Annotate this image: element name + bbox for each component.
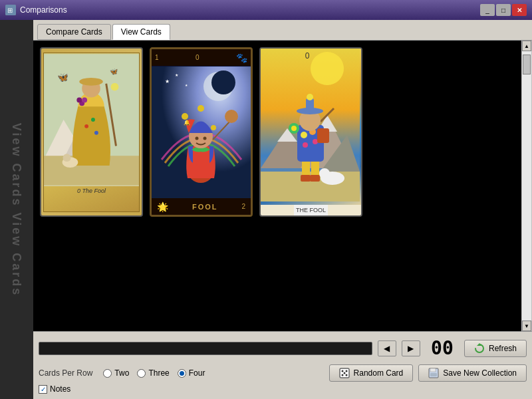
svg-point-68	[341, 370, 343, 372]
svg-point-72	[345, 370, 347, 372]
svg-rect-75	[430, 373, 437, 376]
svg-text:0: 0	[305, 51, 310, 61]
svg-rect-48	[301, 175, 311, 182]
card-fantasy-fool[interactable]: 1 0 🐾	[150, 47, 253, 217]
counter-display: 00	[426, 337, 459, 359]
sidebar-text: View Cards View Cards	[10, 122, 24, 296]
svg-point-60	[307, 94, 313, 100]
options-row: Cards Per Row Two Three Four	[39, 364, 527, 382]
svg-point-11	[91, 118, 95, 122]
maximize-button[interactable]: □	[496, 4, 511, 16]
svg-point-17	[76, 97, 82, 102]
window-title: Comparisons	[20, 5, 476, 15]
svg-point-71	[341, 374, 343, 376]
notes-row: ✓ Notes	[39, 384, 527, 394]
card2-footer: 🌟 FOOL 2	[152, 198, 251, 215]
card1-label: 0 The Fool	[76, 186, 107, 196]
notes-label: Notes	[50, 384, 70, 394]
svg-point-62	[291, 126, 297, 131]
card-classic-fool[interactable]: 🦋 🦋 0 The Fool	[40, 47, 143, 217]
svg-rect-55	[317, 128, 329, 143]
svg-text:⊞: ⊞	[7, 7, 13, 14]
random-card-button[interactable]: Random Card	[329, 364, 414, 382]
sidebar: View Cards View Cards	[0, 20, 33, 399]
svg-point-39	[311, 52, 344, 85]
radio-four-label: Four	[189, 368, 205, 378]
save-collection-button[interactable]: Save New Collection	[418, 364, 527, 382]
card2-title: FOOL	[192, 203, 218, 211]
scroll-up-button[interactable]: ▲	[522, 41, 531, 51]
notes-checkbox-label[interactable]: ✓ Notes	[39, 384, 527, 394]
card3-label: THE FOOL	[294, 205, 328, 215]
cards-per-row-label: Cards Per Row	[39, 368, 92, 378]
svg-point-51	[301, 132, 307, 138]
window-icon: ⊞	[5, 5, 16, 15]
radio-three-circle[interactable]	[137, 369, 146, 378]
card2-body: ★ ★ ★	[152, 66, 251, 198]
card-display-scrollbar[interactable]: ▲ ▼	[521, 41, 532, 331]
card2-header: 1 0 🐾	[152, 49, 251, 66]
scroll-thumb[interactable]	[523, 55, 531, 74]
svg-point-10	[84, 124, 88, 128]
nav-prev-button[interactable]: ◀	[378, 340, 396, 356]
svg-point-32	[196, 136, 199, 140]
card2-icon-left: 🌟	[157, 201, 168, 212]
window-body: View Cards View Cards Compare Cards View…	[0, 20, 532, 399]
svg-point-64	[319, 168, 330, 179]
card2-icon-right: 🐾	[236, 53, 247, 63]
card1-figure: 🦋 🦋	[44, 53, 139, 186]
save-icon	[428, 368, 439, 378]
svg-point-14	[63, 154, 71, 162]
svg-rect-74	[430, 368, 436, 372]
tab-compare-cards[interactable]: Compare Cards	[37, 24, 111, 40]
radio-four-dot	[180, 371, 184, 376]
radio-two[interactable]: Two	[103, 368, 129, 378]
svg-point-12	[94, 130, 98, 134]
close-button[interactable]: ✕	[512, 4, 527, 16]
card1-inner: 🦋 🦋 0 The Fool	[43, 53, 140, 212]
minimize-button[interactable]: _	[480, 4, 495, 16]
svg-point-35	[225, 110, 238, 123]
tab-view-cards[interactable]: View Cards	[112, 24, 170, 40]
scroll-down-button[interactable]: ▼	[522, 321, 531, 331]
save-collection-label: Save New Collection	[443, 368, 517, 378]
svg-point-53	[313, 139, 318, 144]
svg-text:🦋: 🦋	[110, 66, 118, 75]
svg-point-30	[198, 105, 204, 112]
svg-point-69	[345, 374, 347, 376]
svg-rect-49	[310, 175, 320, 182]
progress-row: ◀ ▶ 00 Refresh	[39, 337, 527, 359]
random-card-label: Random Card	[354, 368, 404, 378]
svg-rect-59	[306, 98, 314, 113]
svg-point-23	[211, 70, 235, 94]
svg-point-33	[203, 136, 207, 140]
main-content: Compare Cards View Cards	[33, 20, 532, 399]
radio-four[interactable]: Four	[178, 368, 205, 378]
svg-point-31	[211, 125, 216, 130]
tab-bar: Compare Cards View Cards	[33, 20, 532, 41]
radio-two-circle[interactable]	[103, 369, 112, 378]
card-watercolor-fool[interactable]: 0 THE FOOL	[259, 47, 362, 217]
radio-four-circle[interactable]	[178, 369, 186, 378]
title-bar: ⊞ Comparisons _ □ ✕	[0, 0, 532, 20]
svg-point-36	[183, 114, 187, 118]
card3-body: 0	[261, 49, 361, 205]
svg-text:★: ★	[175, 73, 178, 77]
notes-checkbox[interactable]: ✓	[39, 385, 47, 394]
nav-next-button[interactable]: ▶	[402, 340, 420, 356]
refresh-button[interactable]: Refresh	[464, 340, 527, 357]
scroll-track[interactable]	[522, 51, 531, 321]
svg-point-18	[111, 82, 119, 90]
right-buttons: Random Card Save New Collection	[329, 364, 527, 382]
svg-text:🔔: 🔔	[184, 119, 190, 126]
radio-three-label: Three	[148, 368, 169, 378]
bottom-controls: ◀ ▶ 00 Refresh Cards Per Row	[33, 331, 532, 399]
radio-group: Two Three Four	[103, 368, 205, 378]
card-display: 🦋 🦋 0 The Fool 1 0 🐾	[33, 41, 532, 331]
random-card-icon	[339, 368, 350, 378]
title-bar-buttons: _ □ ✕	[480, 4, 527, 16]
refresh-label: Refresh	[489, 344, 517, 353]
radio-three[interactable]: Three	[137, 368, 169, 378]
svg-point-16	[82, 97, 87, 102]
svg-text:🦋: 🦋	[57, 71, 69, 82]
